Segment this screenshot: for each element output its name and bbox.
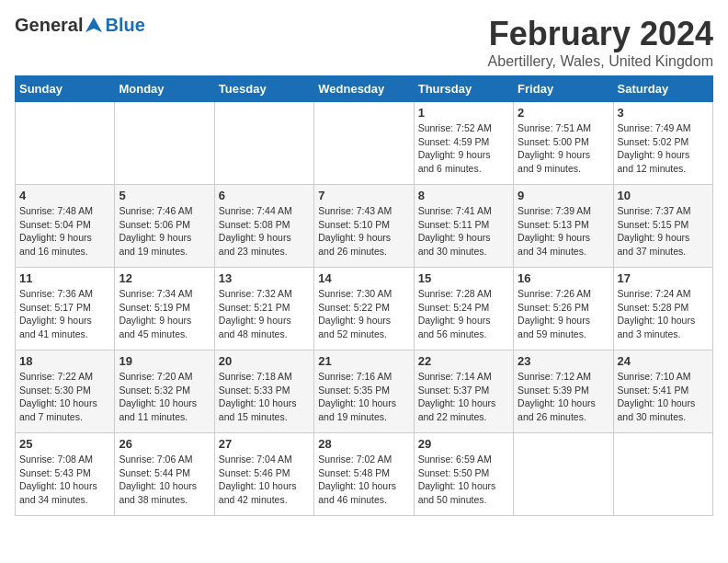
calendar-cell: 21Sunrise: 7:16 AM Sunset: 5:35 PM Dayli… [314,350,414,433]
day-number: 21 [318,354,409,368]
cell-info: Sunrise: 7:28 AM Sunset: 5:24 PM Dayligh… [418,287,509,341]
calendar-cell: 25Sunrise: 7:08 AM Sunset: 5:43 PM Dayli… [16,433,115,516]
day-number: 20 [219,354,310,368]
weekday-header: Sunday [16,76,115,102]
cell-info: Sunrise: 7:02 AM Sunset: 5:48 PM Dayligh… [318,453,409,507]
logo-blue: Blue [105,15,144,36]
cell-info: Sunrise: 7:18 AM Sunset: 5:33 PM Dayligh… [219,370,310,424]
weekday-header: Thursday [414,76,513,102]
calendar-cell: 15Sunrise: 7:28 AM Sunset: 5:24 PM Dayli… [414,268,513,350]
cell-info: Sunrise: 7:12 AM Sunset: 5:39 PM Dayligh… [518,370,609,424]
day-number: 24 [618,354,709,368]
day-number: 3 [618,106,709,120]
calendar-cell: 8Sunrise: 7:41 AM Sunset: 5:11 PM Daylig… [414,185,513,268]
cell-info: Sunrise: 7:24 AM Sunset: 5:28 PM Dayligh… [618,287,709,341]
calendar-week-row: 18Sunrise: 7:22 AM Sunset: 5:30 PM Dayli… [16,350,713,433]
cell-info: Sunrise: 7:36 AM Sunset: 5:17 PM Dayligh… [19,287,110,341]
calendar-cell: 2Sunrise: 7:51 AM Sunset: 5:00 PM Daylig… [514,102,613,185]
calendar-cell: 29Sunrise: 6:59 AM Sunset: 5:50 PM Dayli… [414,433,513,516]
cell-info: Sunrise: 7:51 AM Sunset: 5:00 PM Dayligh… [518,121,609,176]
logo: General Blue [15,15,145,36]
day-number: 27 [219,437,310,451]
cell-info: Sunrise: 7:48 AM Sunset: 5:04 PM Dayligh… [19,204,110,259]
calendar-cell: 5Sunrise: 7:46 AM Sunset: 5:06 PM Daylig… [115,185,214,268]
calendar-week-row: 25Sunrise: 7:08 AM Sunset: 5:43 PM Dayli… [16,433,713,516]
cell-info: Sunrise: 7:26 AM Sunset: 5:26 PM Dayligh… [518,287,609,341]
calendar-cell: 14Sunrise: 7:30 AM Sunset: 5:22 PM Dayli… [314,268,414,350]
cell-info: Sunrise: 7:43 AM Sunset: 5:10 PM Dayligh… [318,204,409,259]
day-number: 10 [618,189,709,202]
weekday-header: Friday [514,76,613,102]
cell-info: Sunrise: 7:22 AM Sunset: 5:30 PM Dayligh… [19,370,110,424]
calendar-cell: 9Sunrise: 7:39 AM Sunset: 5:13 PM Daylig… [514,185,613,268]
calendar-cell [115,102,214,185]
calendar-cell: 7Sunrise: 7:43 AM Sunset: 5:10 PM Daylig… [314,185,414,268]
calendar-cell: 13Sunrise: 7:32 AM Sunset: 5:21 PM Dayli… [214,268,313,350]
calendar-cell: 10Sunrise: 7:37 AM Sunset: 5:15 PM Dayli… [613,185,712,268]
calendar-cell: 18Sunrise: 7:22 AM Sunset: 5:30 PM Dayli… [16,350,115,433]
weekday-header-row: SundayMondayTuesdayWednesdayThursdayFrid… [16,76,713,102]
weekday-header: Monday [115,76,214,102]
day-number: 22 [418,354,509,368]
calendar-cell: 16Sunrise: 7:26 AM Sunset: 5:26 PM Dayli… [514,268,613,350]
day-number: 14 [318,271,409,285]
calendar-cell: 12Sunrise: 7:34 AM Sunset: 5:19 PM Dayli… [115,268,214,350]
calendar-week-row: 11Sunrise: 7:36 AM Sunset: 5:17 PM Dayli… [16,268,713,350]
calendar-cell: 20Sunrise: 7:18 AM Sunset: 5:33 PM Dayli… [214,350,313,433]
page-header: General Blue February 2024 Abertillery, … [15,15,713,70]
day-number: 16 [518,271,609,285]
cell-info: Sunrise: 7:06 AM Sunset: 5:44 PM Dayligh… [119,453,210,507]
calendar-cell [16,102,115,185]
weekday-header: Tuesday [214,76,313,102]
day-number: 13 [219,271,310,285]
cell-info: Sunrise: 7:37 AM Sunset: 5:15 PM Dayligh… [618,204,709,259]
cell-info: Sunrise: 7:32 AM Sunset: 5:21 PM Dayligh… [219,287,310,341]
day-number: 7 [318,189,409,202]
calendar-cell: 6Sunrise: 7:44 AM Sunset: 5:08 PM Daylig… [214,185,313,268]
calendar-cell: 24Sunrise: 7:10 AM Sunset: 5:41 PM Dayli… [613,350,712,433]
logo-bird-icon [84,16,104,36]
location-title: Abertillery, Wales, United Kingdom [488,53,713,70]
day-number: 29 [418,437,509,451]
day-number: 9 [518,189,609,202]
title-area: February 2024 Abertillery, Wales, United… [488,15,713,70]
cell-info: Sunrise: 7:44 AM Sunset: 5:08 PM Dayligh… [219,204,310,259]
cell-info: Sunrise: 7:08 AM Sunset: 5:43 PM Dayligh… [19,453,110,507]
day-number: 17 [618,271,709,285]
calendar-cell: 28Sunrise: 7:02 AM Sunset: 5:48 PM Dayli… [314,433,414,516]
day-number: 6 [219,189,310,202]
calendar-cell [514,433,613,516]
calendar-cell: 26Sunrise: 7:06 AM Sunset: 5:44 PM Dayli… [115,433,214,516]
cell-info: Sunrise: 6:59 AM Sunset: 5:50 PM Dayligh… [418,453,509,507]
cell-info: Sunrise: 7:10 AM Sunset: 5:41 PM Dayligh… [618,370,709,424]
day-number: 5 [119,189,210,202]
calendar-cell: 3Sunrise: 7:49 AM Sunset: 5:02 PM Daylig… [613,102,712,185]
cell-info: Sunrise: 7:41 AM Sunset: 5:11 PM Dayligh… [418,204,509,259]
cell-info: Sunrise: 7:04 AM Sunset: 5:46 PM Dayligh… [219,453,310,507]
calendar-cell: 19Sunrise: 7:20 AM Sunset: 5:32 PM Dayli… [115,350,214,433]
svg-marker-0 [85,17,102,32]
cell-info: Sunrise: 7:46 AM Sunset: 5:06 PM Dayligh… [119,204,210,259]
calendar-cell: 17Sunrise: 7:24 AM Sunset: 5:28 PM Dayli… [613,268,712,350]
cell-info: Sunrise: 7:30 AM Sunset: 5:22 PM Dayligh… [318,287,409,341]
calendar-cell: 11Sunrise: 7:36 AM Sunset: 5:17 PM Dayli… [16,268,115,350]
calendar-table: SundayMondayTuesdayWednesdayThursdayFrid… [15,75,713,516]
cell-info: Sunrise: 7:52 AM Sunset: 4:59 PM Dayligh… [418,121,509,176]
day-number: 15 [418,271,509,285]
day-number: 1 [418,106,509,120]
day-number: 8 [418,189,509,202]
day-number: 18 [19,354,110,368]
day-number: 12 [119,271,210,285]
calendar-week-row: 1Sunrise: 7:52 AM Sunset: 4:59 PM Daylig… [16,102,713,185]
cell-info: Sunrise: 7:34 AM Sunset: 5:19 PM Dayligh… [119,287,210,341]
calendar-cell: 22Sunrise: 7:14 AM Sunset: 5:37 PM Dayli… [414,350,513,433]
weekday-header: Saturday [613,76,712,102]
calendar-cell [613,433,712,516]
day-number: 26 [119,437,210,451]
cell-info: Sunrise: 7:16 AM Sunset: 5:35 PM Dayligh… [318,370,409,424]
day-number: 19 [119,354,210,368]
day-number: 23 [518,354,609,368]
calendar-cell: 27Sunrise: 7:04 AM Sunset: 5:46 PM Dayli… [214,433,313,516]
calendar-cell [314,102,414,185]
day-number: 25 [19,437,110,451]
